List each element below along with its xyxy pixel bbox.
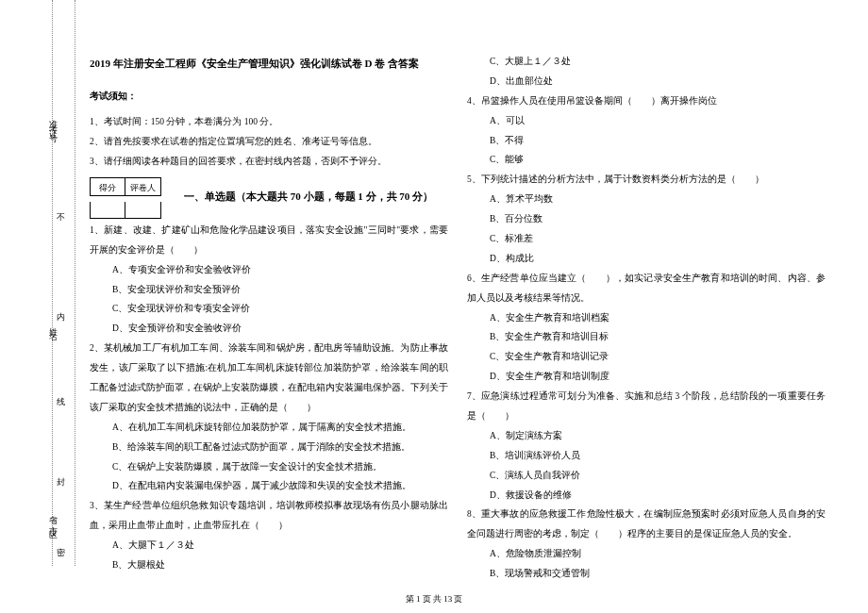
section-title: 一、单选题（本大题共 70 小题，每题 1 分，共 70 分） — [169, 175, 448, 207]
reviewer-blank — [125, 202, 161, 219]
option: A、大腿下１／３处 — [90, 536, 448, 555]
right-column: C、大腿上１／３处 D、出血部位处 4、吊篮操作人员在使用吊篮设备期间（ ）离开… — [467, 52, 826, 584]
sidebar-label: 省（市区） — [47, 509, 59, 533]
question-stem: 2、某机械加工厂有机加工车间、涂装车间和锅炉房，配电房等辅助设施。为防止事故发生… — [90, 339, 448, 418]
question-stem: 8、重大事故的应急救援工作危险性极大，在编制应急预案时必须对应急人员自身的安全问… — [467, 505, 826, 544]
question-stem: 6、生产经营单位应当建立（ ），如实记录安全生产教育和培训的时间、内容、参加人员… — [467, 269, 826, 308]
fold-mark: 线 — [57, 396, 65, 408]
question-stem: 5、下列统计描述的分析方法中，属于计数资料类分析方法的是（ ） — [467, 170, 826, 190]
fold-mark: 内 — [57, 311, 65, 323]
option: A、算术平均数 — [467, 190, 826, 209]
option: D、安全生产教育和培训制度 — [467, 367, 826, 387]
instruction-line: 2、请首先按要求在试卷的指定位置填写您的姓名、准考证号等信息。 — [90, 132, 448, 152]
option: B、大腿根处 — [90, 555, 448, 575]
option: C、能够 — [467, 150, 826, 170]
document-title: 2019 年注册安全工程师《安全生产管理知识》强化训练试卷 D 卷 含答案 — [90, 52, 448, 75]
left-column: 2019 年注册安全工程师《安全生产管理知识》强化训练试卷 D 卷 含答案 考试… — [90, 52, 448, 584]
option: C、安全生产教育和培训记录 — [467, 347, 826, 367]
option: B、现场警戒和交通管制 — [467, 564, 826, 584]
option: D、构成比 — [467, 249, 826, 269]
option: C、演练人员自我评价 — [467, 466, 826, 486]
score-table: 得分 评卷人 — [90, 172, 161, 221]
question-stem: 3、某生产经营单位组织急救知识专题培训，培训教师模拟事故现场有伤员小腿动脉出血，… — [90, 496, 448, 536]
option: D、在配电箱内安装漏电保护器，属于减少故障和失误的安全技术措施。 — [90, 476, 448, 496]
option: C、在锅炉上安装防爆膜，属于故障一安全设计的安全技术措施。 — [90, 457, 448, 477]
inner-dotted-border — [52, 0, 53, 566]
score-blank — [90, 202, 125, 219]
option: B、百分位数 — [467, 209, 826, 229]
option: A、可以 — [467, 111, 826, 131]
option: D、安全预评价和安全验收评价 — [90, 319, 448, 339]
sidebar-label: 准考证号 — [47, 113, 59, 132]
option: A、制定演练方案 — [467, 426, 826, 446]
score-header: 得分 — [90, 177, 125, 196]
option: D、救援设备的维修 — [467, 486, 826, 505]
instruction-line: 1、考试时间：150 分钟，本卷满分为 100 分。 — [90, 112, 448, 132]
option: B、培训演练评价人员 — [467, 446, 826, 466]
option: C、安全现状评价和专项安全评价 — [90, 299, 448, 319]
option: D、出血部位处 — [467, 72, 826, 91]
question-stem: 4、吊篮操作人员在使用吊篮设备期间（ ）离开操作岗位 — [467, 91, 826, 111]
option: C、标准差 — [467, 229, 826, 249]
option: A、在机加工车间机床旋转部位加装防护罩，属于隔离的安全技术措施。 — [90, 418, 448, 438]
main-content: 2019 年注册安全工程师《安全生产管理知识》强化训练试卷 D 卷 含答案 考试… — [90, 52, 826, 584]
option: B、给涂装车间的职工配备过滤式防护面罩，属于消除的安全技术措施。 — [90, 438, 448, 457]
exam-notice-heading: 考试须知： — [90, 86, 448, 107]
option: A、安全生产教育和培训档案 — [467, 308, 826, 328]
option: A、危险物质泄漏控制 — [467, 544, 826, 564]
option: B、安全现状评价和安全预评价 — [90, 280, 448, 300]
fold-mark: 封 — [57, 476, 65, 489]
question-stem: 7、应急演练过程通常可划分为准备、实施和总结 3 个阶段，总结阶段的一项重要任务… — [467, 387, 826, 426]
page-footer: 第 1 页 共 13 页 — [0, 593, 868, 605]
option: A、专项安全评价和安全验收评价 — [90, 260, 448, 280]
option: B、安全生产教育和培训目标 — [467, 327, 826, 347]
fold-mark: 密 — [57, 547, 65, 559]
fold-mark: 不 — [57, 211, 65, 224]
option: B、不得 — [467, 131, 826, 151]
question-stem: 1、新建、改建、扩建矿山和危险化学品建设项目，落实安全设施"三同时"要求，需要开… — [90, 221, 448, 260]
instruction-line: 3、请仔细阅读各种题目的回答要求，在密封线内答题，否则不予评分。 — [90, 152, 448, 172]
reviewer-header: 评卷人 — [125, 177, 161, 196]
option: C、大腿上１／３处 — [467, 52, 826, 72]
